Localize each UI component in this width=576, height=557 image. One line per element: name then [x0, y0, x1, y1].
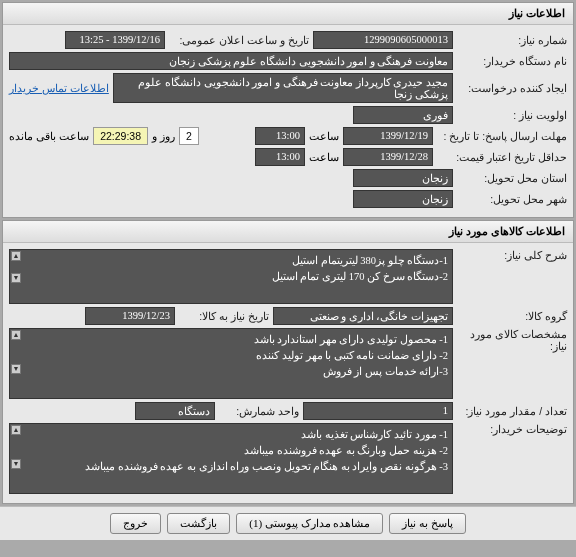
announce-value: 1399/12/16 - 13:25 — [65, 31, 165, 49]
days-remaining: 2 — [179, 127, 199, 145]
scroll-up-icon[interactable]: ▲ — [11, 251, 21, 261]
deadline-date-value: 1399/12/19 — [343, 127, 433, 145]
unit-label: واحد شمارش: — [219, 405, 299, 417]
priority-label: اولویت نیاز : — [457, 109, 567, 121]
time-label-1: ساعت — [309, 130, 339, 143]
group-value: تجهیزات خانگی، اداری و صنعتی — [273, 307, 453, 325]
deadline-time-value: 13:00 — [255, 127, 305, 145]
qty-value: 1 — [303, 402, 453, 420]
scroll-up-icon[interactable]: ▲ — [11, 425, 21, 435]
creator-value: مجید حیدری کارپرداز معاونت فرهنگی و امور… — [113, 73, 453, 103]
panel-header-goods-info: اطلاعات کالاهای مورد نیاز — [3, 221, 573, 243]
credit-label: حداقل تاریخ اعتبار قیمت: — [437, 151, 567, 163]
respond-button[interactable]: پاسخ به نیاز — [389, 513, 466, 534]
province-value: زنجان — [353, 169, 453, 187]
scroll-down-icon[interactable]: ▼ — [11, 364, 21, 374]
spec-label: مشخصات کالای مورد نیاز: — [457, 328, 567, 352]
deadline-label: مهلت ارسال پاسخ: تا تاریخ : — [437, 130, 567, 142]
view-attachments-button[interactable]: مشاهده مدارک پیوستی (1) — [236, 513, 383, 534]
creator-label: ایجاد کننده درخواست: — [457, 82, 567, 94]
time-label-2: ساعت — [309, 151, 339, 164]
exit-button[interactable]: خروج — [110, 513, 161, 534]
scroll-down-icon[interactable]: ▼ — [11, 273, 21, 283]
remaining-label: ساعت باقی مانده — [9, 130, 89, 143]
notes-value: 1- مورد تائید کارشناس تغذیه باشد 2- هزین… — [9, 423, 453, 494]
countdown-timer: 22:29:38 — [93, 127, 148, 145]
buyer-contact-link[interactable]: اطلاعات تماس خریدار — [9, 82, 109, 94]
announce-label: تاریخ و ساعت اعلان عمومی: — [169, 34, 309, 46]
credit-time-value: 13:00 — [255, 148, 305, 166]
notes-label: توضیحات خریدار: — [457, 423, 567, 435]
scroll-up-icon[interactable]: ▲ — [11, 330, 21, 340]
button-bar: پاسخ به نیاز مشاهده مدارک پیوستی (1) باز… — [0, 506, 576, 540]
group-label: گروه کالا: — [457, 310, 567, 322]
buyer-name-value: معاونت فرهنگی و امور دانشجویی دانشگاه عل… — [9, 52, 453, 70]
province-label: استان محل تحویل: — [457, 172, 567, 184]
unit-value: دستگاه — [135, 402, 215, 420]
spec-value: 1- محصول تولیدی دارای مهر استاندارد باشد… — [9, 328, 453, 399]
buyer-name-label: نام دستگاه خریدار: — [457, 55, 567, 67]
desc-label: شرح کلی نیاز: — [457, 249, 567, 261]
need-date-label: تاریخ نیاز به کالا: — [179, 310, 269, 322]
days-and-label: روز و — [152, 130, 175, 143]
credit-date-value: 1399/12/28 — [343, 148, 433, 166]
back-button[interactable]: بازگشت — [167, 513, 230, 534]
qty-label: تعداد / مقدار مورد نیاز: — [457, 405, 567, 417]
need-info-panel: اطلاعات نیاز شماره نیاز: 129909060500001… — [2, 2, 574, 218]
city-label: شهر محل تحویل: — [457, 193, 567, 205]
city-value: زنجان — [353, 190, 453, 208]
desc-value: 1-دستگاه چلو پز380 لیتریتمام استیل 2-دست… — [9, 249, 453, 304]
goods-info-panel: اطلاعات کالاهای مورد نیاز شرح کلی نیاز: … — [2, 220, 574, 504]
panel-header-need-info: اطلاعات نیاز — [3, 3, 573, 25]
need-number-label: شماره نیاز: — [457, 34, 567, 46]
priority-value: فوری — [353, 106, 453, 124]
need-date-value: 1399/12/23 — [85, 307, 175, 325]
scroll-down-icon[interactable]: ▼ — [11, 459, 21, 469]
need-number-value: 1299090605000013 — [313, 31, 453, 49]
